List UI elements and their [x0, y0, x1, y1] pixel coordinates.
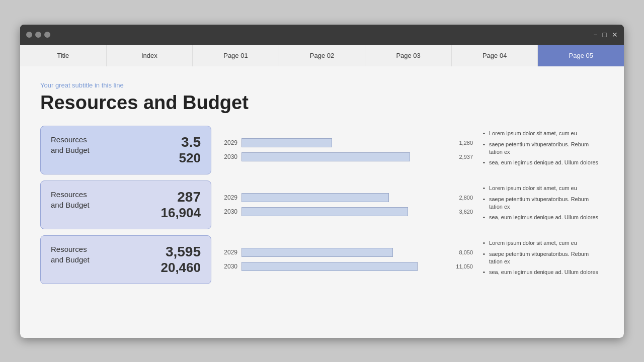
card-1-primary: 3.5 — [181, 134, 201, 150]
bullet-2-item-2: saepe petentium vituperatoribus. Rebum t… — [483, 196, 604, 211]
chart-3-year-2030: 2030 — [221, 263, 237, 270]
chart-3-bar-2030 — [242, 262, 449, 271]
bullet-3-item-3: sea, eum legimus denique ad. Ullum dolor… — [483, 268, 604, 276]
chart-2-label-2030: 3,620 — [459, 209, 473, 215]
bullet-3: Lorem ipsum dolor sit amet, cum eu saepe… — [483, 239, 604, 280]
bullet-1-item-2: saepe petentium vituperatoribus. Rebum t… — [483, 141, 604, 156]
chart-1-bar-2029 — [242, 138, 452, 147]
chart-2: 2029 2,800 2030 3,620 — [221, 193, 473, 216]
chart-1-label-2030: 2,937 — [459, 154, 473, 160]
chart-1-bar-2030-fill — [242, 152, 410, 161]
data-row-2: Resources and Budget 287 16,904 2029 2,8… — [40, 180, 604, 229]
titlebar: − □ ✕ — [20, 25, 624, 45]
bullet-2-item-3: sea, eum legimus denique ad. Ullum dolor… — [483, 214, 604, 221]
chart-2-row-2030: 2030 3,620 — [221, 207, 473, 216]
tab-page01[interactable]: Page 01 — [193, 45, 279, 66]
bullet-list-1: Lorem ipsum dolor sit amet, cum eu saepe… — [483, 130, 604, 167]
card-1-values: 3.5 520 — [179, 134, 201, 166]
chart-1-year-2030: 2030 — [221, 153, 237, 160]
chart-1-label-2029: 1,280 — [459, 140, 473, 146]
traffic-light-maximize[interactable] — [44, 32, 50, 38]
chart-1-bar-2029-fill — [242, 138, 332, 147]
chart-2-year-2030: 2030 — [221, 208, 237, 215]
card-2-primary: 287 — [177, 189, 201, 205]
page-title: Resources and Budget — [40, 92, 604, 114]
chart-1-year-2029: 2029 — [221, 139, 237, 146]
tab-page05[interactable]: Page 05 — [538, 45, 624, 66]
bullet-3-item-1: Lorem ipsum dolor sit amet, cum eu — [483, 239, 604, 247]
chart-3-bar-2030-fill — [242, 262, 418, 271]
page-subtitle: Your great subtitle in this line — [40, 81, 604, 89]
tab-title[interactable]: Title — [20, 45, 107, 66]
chart-2-bar-2030-fill — [242, 207, 408, 216]
tab-bar: Title Index Page 01 Page 02 Page 03 Page… — [20, 45, 624, 66]
chart-2-bar-2029-fill — [242, 193, 389, 202]
traffic-light-minimize[interactable] — [35, 32, 41, 38]
chart-2-row-2029: 2029 2,800 — [221, 193, 473, 202]
card-1-secondary: 520 — [179, 150, 201, 166]
maximize-button[interactable]: □ — [603, 31, 607, 39]
bullet-1-item-1: Lorem ipsum dolor sit amet, cum eu — [483, 130, 604, 137]
chart-3-row-2029: 2029 8,050 — [221, 248, 473, 257]
traffic-lights — [26, 32, 50, 38]
card-3: Resources and Budget 3,595 20,460 — [40, 235, 211, 284]
chart-2-bar-2030 — [242, 207, 452, 216]
page-content: Your great subtitle in this line Resourc… — [20, 66, 624, 338]
chart-3-bar-2029 — [242, 248, 452, 257]
traffic-light-close[interactable] — [26, 32, 32, 38]
tab-page03[interactable]: Page 03 — [365, 45, 452, 66]
chart-3: 2029 8,050 2030 11,050 — [221, 248, 473, 271]
card-1-label: Resources and Budget — [51, 134, 90, 155]
card-2-label: Resources and Budget — [51, 189, 90, 210]
window-controls: − □ ✕ — [593, 31, 618, 39]
bullet-list-2: Lorem ipsum dolor sit amet, cum eu saepe… — [483, 185, 604, 222]
data-row-3: Resources and Budget 3,595 20,460 2029 8… — [40, 235, 604, 284]
close-button[interactable]: ✕ — [612, 31, 618, 39]
chart-3-label-2030: 11,050 — [456, 263, 473, 269]
chart-1-row-2029: 2029 1,280 — [221, 138, 473, 147]
bullet-1: Lorem ipsum dolor sit amet, cum eu saepe… — [483, 130, 604, 170]
data-row-1: Resources and Budget 3.5 520 2029 1,280 — [40, 126, 604, 174]
bullet-list-3: Lorem ipsum dolor sit amet, cum eu saepe… — [483, 239, 604, 277]
chart-1-row-2030: 2030 2,937 — [221, 152, 473, 161]
bullet-2-item-1: Lorem ipsum dolor sit amet, cum eu — [483, 185, 604, 192]
card-1: Resources and Budget 3.5 520 — [40, 126, 211, 174]
chart-1: 2029 1,280 2030 2,937 — [221, 138, 473, 161]
chart-2-bar-2029 — [242, 193, 452, 202]
card-2-values: 287 16,904 — [160, 189, 201, 221]
chart-1-bar-2030 — [242, 152, 452, 161]
bullet-2: Lorem ipsum dolor sit amet, cum eu saepe… — [483, 185, 604, 225]
app-window: − □ ✕ Title Index Page 01 Page 02 Page 0… — [20, 25, 624, 338]
chart-3-row-2030: 2030 11,050 — [221, 262, 473, 271]
card-3-values: 3,595 20,460 — [160, 244, 201, 276]
card-3-label: Resources and Budget — [51, 244, 90, 265]
card-2: Resources and Budget 287 16,904 — [40, 180, 211, 229]
card-2-secondary: 16,904 — [160, 205, 201, 221]
rows-container: Resources and Budget 3.5 520 2029 1,280 — [40, 126, 604, 284]
chart-2-label-2029: 2,800 — [459, 195, 473, 201]
bullet-1-item-3: sea, eum legimus denique ad. Ullum dolor… — [483, 159, 604, 166]
bullet-3-item-2: saepe petentium vituperatoribus. Rebum t… — [483, 250, 604, 266]
tab-index[interactable]: Index — [107, 45, 193, 66]
chart-3-year-2029: 2029 — [221, 249, 237, 256]
minimize-button[interactable]: − — [593, 31, 597, 39]
tab-page04[interactable]: Page 04 — [452, 45, 538, 66]
chart-2-year-2029: 2029 — [221, 194, 237, 201]
chart-3-label-2029: 8,050 — [459, 249, 473, 255]
card-3-secondary: 20,460 — [160, 260, 201, 276]
chart-3-bar-2029-fill — [242, 248, 393, 257]
card-3-primary: 3,595 — [166, 244, 201, 260]
tab-page02[interactable]: Page 02 — [279, 45, 366, 66]
